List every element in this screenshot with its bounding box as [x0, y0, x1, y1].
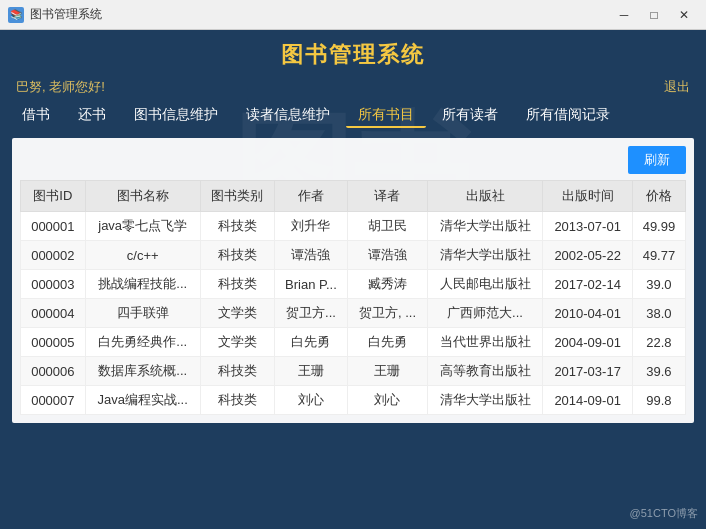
cell-row5-col6: 2017-03-17 — [543, 357, 632, 386]
cell-row5-col2: 科技类 — [200, 357, 274, 386]
close-button[interactable]: ✕ — [670, 5, 698, 25]
app-title: 图书管理系统 — [0, 30, 706, 76]
cell-row6-col3: 刘心 — [274, 386, 348, 415]
cell-row1-col6: 2002-05-22 — [543, 241, 632, 270]
table-header-row: 图书ID 图书名称 图书类别 作者 译者 出版社 出版时间 价格 — [21, 181, 686, 212]
cell-row0-col5: 清华大学出版社 — [427, 212, 543, 241]
user-greeting: 巴努, 老师您好! — [16, 78, 105, 96]
nav-book-maintenance[interactable]: 图书信息维护 — [122, 102, 230, 128]
table-row[interactable]: 000007Java编程实战...科技类刘心刘心清华大学出版社2014-09-0… — [21, 386, 686, 415]
logout-button[interactable]: 退出 — [664, 78, 690, 96]
cell-row2-col1: 挑战编程技能... — [85, 270, 200, 299]
nav-bar: 借书 还书 图书信息维护 读者信息维护 所有书目 所有读者 所有借阅记录 — [0, 98, 706, 132]
window-content: 图书 图书管理系统 巴努, 老师您好! 退出 借书 还书 图书信息维护 读者信息… — [0, 30, 706, 529]
cell-row1-col0: 000002 — [21, 241, 86, 270]
nav-all-readers[interactable]: 所有读者 — [430, 102, 510, 128]
refresh-button[interactable]: 刷新 — [628, 146, 686, 174]
top-bar: 巴努, 老师您好! 退出 — [0, 76, 706, 98]
col-publisher: 出版社 — [427, 181, 543, 212]
cell-row3-col5: 广西师范大... — [427, 299, 543, 328]
cell-row3-col3: 贺卫方... — [274, 299, 348, 328]
cell-row4-col5: 当代世界出版社 — [427, 328, 543, 357]
cell-row0-col3: 刘升华 — [274, 212, 348, 241]
cell-row6-col0: 000007 — [21, 386, 86, 415]
toolbar-area: 刷新 — [20, 146, 686, 180]
books-table: 图书ID 图书名称 图书类别 作者 译者 出版社 出版时间 价格 000001j… — [20, 180, 686, 415]
cell-row4-col0: 000005 — [21, 328, 86, 357]
cell-row3-col0: 000004 — [21, 299, 86, 328]
cell-row5-col5: 高等教育出版社 — [427, 357, 543, 386]
cell-row2-col5: 人民邮电出版社 — [427, 270, 543, 299]
cell-row3-col2: 文学类 — [200, 299, 274, 328]
watermark: @51CTO博客 — [630, 506, 698, 521]
cell-row0-col0: 000001 — [21, 212, 86, 241]
cell-row4-col2: 文学类 — [200, 328, 274, 357]
cell-row0-col1: java零七点飞学 — [85, 212, 200, 241]
cell-row6-col4: 刘心 — [348, 386, 427, 415]
cell-row3-col4: 贺卫方, ... — [348, 299, 427, 328]
cell-row2-col4: 臧秀涛 — [348, 270, 427, 299]
minimize-button[interactable]: ─ — [610, 5, 638, 25]
cell-row0-col2: 科技类 — [200, 212, 274, 241]
col-date: 出版时间 — [543, 181, 632, 212]
cell-row1-col5: 清华大学出版社 — [427, 241, 543, 270]
table-row[interactable]: 000004四手联弹文学类贺卫方...贺卫方, ...广西师范大...2010-… — [21, 299, 686, 328]
cell-row2-col7: 39.0 — [632, 270, 685, 299]
cell-row1-col4: 谭浩強 — [348, 241, 427, 270]
cell-row4-col4: 白先勇 — [348, 328, 427, 357]
table-row[interactable]: 000002c/c++科技类谭浩強谭浩強清华大学出版社2002-05-2249.… — [21, 241, 686, 270]
cell-row6-col2: 科技类 — [200, 386, 274, 415]
cell-row6-col5: 清华大学出版社 — [427, 386, 543, 415]
nav-reader-maintenance[interactable]: 读者信息维护 — [234, 102, 342, 128]
app-icon: 📚 — [8, 7, 24, 23]
col-category: 图书类别 — [200, 181, 274, 212]
nav-all-books[interactable]: 所有书目 — [346, 102, 426, 128]
cell-row5-col1: 数据库系统概... — [85, 357, 200, 386]
cell-row2-col6: 2017-02-14 — [543, 270, 632, 299]
cell-row2-col3: Brian P... — [274, 270, 348, 299]
cell-row5-col4: 王珊 — [348, 357, 427, 386]
cell-row3-col6: 2010-04-01 — [543, 299, 632, 328]
cell-row1-col1: c/c++ — [85, 241, 200, 270]
cell-row6-col7: 99.8 — [632, 386, 685, 415]
cell-row5-col0: 000006 — [21, 357, 86, 386]
cell-row2-col0: 000003 — [21, 270, 86, 299]
cell-row2-col2: 科技类 — [200, 270, 274, 299]
title-bar: 📚 图书管理系统 ─ □ ✕ — [0, 0, 706, 30]
content-area: 刷新 图书ID 图书名称 图书类别 作者 译者 出版社 出版时间 价格 0000… — [12, 138, 694, 423]
cell-row5-col7: 39.6 — [632, 357, 685, 386]
table-row[interactable]: 000006数据库系统概...科技类王珊王珊高等教育出版社2017-03-173… — [21, 357, 686, 386]
cell-row3-col1: 四手联弹 — [85, 299, 200, 328]
cell-row0-col4: 胡卫民 — [348, 212, 427, 241]
cell-row0-col6: 2013-07-01 — [543, 212, 632, 241]
table-row[interactable]: 000005白先勇经典作...文学类白先勇白先勇当代世界出版社2004-09-0… — [21, 328, 686, 357]
col-id: 图书ID — [21, 181, 86, 212]
cell-row4-col7: 22.8 — [632, 328, 685, 357]
col-translator: 译者 — [348, 181, 427, 212]
title-bar-controls: ─ □ ✕ — [610, 5, 698, 25]
title-bar-text: 图书管理系统 — [30, 6, 610, 23]
cell-row6-col1: Java编程实战... — [85, 386, 200, 415]
cell-row1-col2: 科技类 — [200, 241, 274, 270]
table-row[interactable]: 000003挑战编程技能...科技类Brian P...臧秀涛人民邮电出版社20… — [21, 270, 686, 299]
nav-borrow-records[interactable]: 所有借阅记录 — [514, 102, 622, 128]
cell-row4-col3: 白先勇 — [274, 328, 348, 357]
cell-row1-col3: 谭浩強 — [274, 241, 348, 270]
cell-row0-col7: 49.99 — [632, 212, 685, 241]
cell-row4-col6: 2004-09-01 — [543, 328, 632, 357]
nav-return[interactable]: 还书 — [66, 102, 118, 128]
cell-row5-col3: 王珊 — [274, 357, 348, 386]
cell-row6-col6: 2014-09-01 — [543, 386, 632, 415]
col-price: 价格 — [632, 181, 685, 212]
cell-row3-col7: 38.0 — [632, 299, 685, 328]
cell-row4-col1: 白先勇经典作... — [85, 328, 200, 357]
nav-borrow[interactable]: 借书 — [10, 102, 62, 128]
maximize-button[interactable]: □ — [640, 5, 668, 25]
col-name: 图书名称 — [85, 181, 200, 212]
cell-row1-col7: 49.77 — [632, 241, 685, 270]
col-author: 作者 — [274, 181, 348, 212]
table-row[interactable]: 000001java零七点飞学科技类刘升华胡卫民清华大学出版社2013-07-0… — [21, 212, 686, 241]
